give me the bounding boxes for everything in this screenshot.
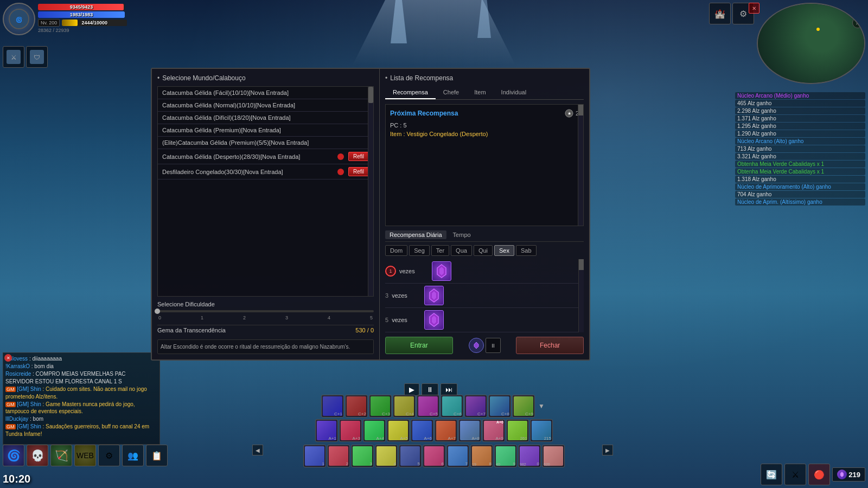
day-ter[interactable]: Ter [431, 245, 449, 256]
slot-3[interactable]: 3 [351, 445, 374, 467]
hotbar-row3: 1 2 3 4 5 6 7 8 19 9 40 0 982 620 [303, 445, 565, 467]
tab-daily-reward[interactable]: Recompensa Diária [385, 230, 446, 239]
menu-icon-2[interactable]: 💀 [27, 445, 48, 466]
day-qua[interactable]: Qua [451, 245, 472, 256]
slot-c4[interactable]: C+4 [393, 395, 416, 418]
slot-c7[interactable]: C+7 [464, 395, 487, 418]
action-buttons: Entrar ⏸ Fechar [385, 337, 584, 354]
slot-extra[interactable]: 620 [542, 445, 565, 467]
menu-icon-6[interactable]: 👥 [122, 445, 144, 466]
daily-rewards-container: 1 vezes 3 vezes [385, 259, 584, 332]
slot-a6[interactable]: A+6 [411, 419, 433, 442]
right-menu-2[interactable]: ⚔ [784, 464, 806, 485]
slot-c3[interactable]: C+3 [369, 395, 392, 418]
slot-a4[interactable]: A+4 [363, 419, 386, 442]
pause-btn[interactable]: ⏸ [486, 338, 501, 353]
slot-4[interactable]: 4 [375, 445, 398, 467]
slot-a0[interactable]: 261 [506, 419, 529, 442]
slot-c1[interactable]: C+1 [321, 395, 344, 418]
minimap[interactable]: ? ✕ [757, 3, 865, 84]
svg-text:🌀: 🌀 [16, 16, 23, 23]
gem-row: Gema da Transcendência 530 / 0 [157, 325, 374, 335]
menu-icon-1[interactable]: 🌀 [3, 445, 24, 466]
pause-controls: ⏸ [456, 337, 514, 354]
loot-item-13: Núcleo de Aprimoramento (Alto) ganho [735, 183, 865, 190]
hud-topleft: 🌀 9345/9423 1983/1983 Nv. 200 2 [3, 3, 127, 35]
minimap-close[interactable]: ✕ [852, 17, 863, 28]
dungeon-item-2[interactable]: Catacumba Gélida (Normal)(10/10)[Nova En… [158, 99, 373, 112]
tab-individual[interactable]: Individual [494, 86, 534, 99]
menu-btn-1[interactable]: 🏰 [709, 3, 731, 24]
svg-marker-15 [840, 472, 844, 477]
dungeon-list-scrollbar[interactable] [368, 87, 373, 296]
minimap-help[interactable]: ? [852, 5, 863, 16]
menu-icon-7[interactable]: 📋 [146, 445, 168, 466]
hotbar-expand[interactable]: ▼ [536, 395, 547, 418]
slot-a8[interactable]: A+8 [458, 419, 481, 442]
tab-chefe[interactable]: Chefe [436, 86, 467, 99]
skill-ctrl-stop[interactable]: ⏭ [441, 383, 457, 396]
menu-icon-5[interactable]: ⚙ [98, 445, 120, 466]
day-dom[interactable]: Dom [385, 245, 407, 256]
slot-7[interactable]: 7 [446, 445, 469, 467]
reward-panel-title: Lista de Recompensa [385, 74, 584, 82]
day-qui[interactable]: Qui [474, 245, 493, 256]
slot-c6[interactable]: C+6 [441, 395, 463, 418]
mp-bar: 1983/1983 [38, 11, 127, 18]
slot-a5[interactable]: A+5 [387, 419, 410, 442]
hotbar-next[interactable]: ▶ [602, 445, 613, 455]
day-seg[interactable]: Seg [409, 245, 430, 256]
slot-c2[interactable]: C+2 [345, 395, 368, 418]
reward-scrollbar[interactable] [578, 105, 583, 226]
slot-a3[interactable]: A+3 [339, 419, 362, 442]
slot-0[interactable]: 0 982 [518, 445, 541, 467]
dungeon-item-1[interactable]: Catacumba Gélida (Fácil)(10/10)[Nova Ent… [158, 87, 373, 99]
day-sex[interactable]: Sex [494, 245, 514, 256]
slider-container[interactable] [157, 310, 374, 312]
slot-c8[interactable]: C+8 [488, 395, 511, 418]
close-btn[interactable]: ✕ [749, 3, 760, 14]
enter-button[interactable]: Entrar [385, 337, 453, 354]
refil-button-2[interactable]: Refil [348, 167, 369, 176]
tab-tempo[interactable]: Tempo [449, 230, 475, 239]
slot-c5[interactable]: C+5 [417, 395, 439, 418]
slot-c9[interactable]: C+9 [512, 395, 535, 418]
chat-close[interactable]: ✕ [4, 354, 12, 362]
dungeon-item-4[interactable]: Catacumba Gélida (Premium)[Nova Entrada] [158, 124, 373, 137]
slot-5[interactable]: 5 [399, 445, 422, 467]
difficulty-slider[interactable] [157, 310, 374, 312]
hotbar-prev[interactable]: ◀ [252, 445, 263, 455]
slot-2[interactable]: 2 [327, 445, 350, 467]
day-sab[interactable]: Sab [516, 245, 537, 256]
daily-scrollbar[interactable] [578, 259, 584, 332]
slot-8[interactable]: 8 19 [470, 445, 493, 467]
skill-ctrl-play[interactable]: ▶ [404, 383, 419, 396]
svg-marker-14 [474, 342, 478, 349]
dungeon-item-3[interactable]: Catacumba Gélida (Difícil)(18/20)[Nova E… [158, 112, 373, 124]
menu-icon-4[interactable]: WEB [74, 445, 96, 466]
slot-6[interactable]: 6 [423, 445, 445, 467]
dungeon-item-7[interactable]: Desfiladeiro Congelado(30/30)[Nova Entra… [158, 164, 373, 179]
right-menu-3[interactable]: 🔴 [808, 464, 830, 485]
slot-1[interactable]: 1 [303, 445, 326, 467]
slot-a1[interactable]: A+1 [315, 419, 338, 442]
skill-ctrl-pause[interactable]: ⏸ [422, 383, 438, 396]
slot-a9[interactable]: A+9 A+0 [482, 419, 505, 442]
slot-a7[interactable]: A+7 [435, 419, 457, 442]
dungeon-item-5[interactable]: (Elite)Catacumba Gélida (Premium)(5/5)[N… [158, 137, 373, 149]
dungeon-list[interactable]: Catacumba Gélida (Fácil)(10/10)[Nova Ent… [157, 86, 374, 297]
gem-btn[interactable] [469, 338, 484, 353]
reward-tabs: Recompensa Chefe Item Individual [385, 86, 584, 100]
slot-9[interactable]: 9 40 [494, 445, 517, 467]
slider-thumb[interactable] [155, 309, 160, 314]
dungeon-item-6[interactable]: Catacumba Gélida (Desperto)(28/30)[Nova … [158, 149, 373, 164]
menu-icon-3[interactable]: 🏹 [50, 445, 72, 466]
close-button[interactable]: Fechar [516, 337, 584, 354]
refil-button-1[interactable]: Refil [348, 152, 369, 161]
tab-item[interactable]: Item [467, 86, 493, 99]
right-panel: Lista de Recompensa Recompensa Chefe Ite… [380, 69, 589, 359]
tab-recompensa[interactable]: Recompensa [385, 86, 436, 99]
slot-a10[interactable]: 215 [530, 419, 553, 442]
right-menu-1[interactable]: 🔄 [761, 464, 782, 485]
buff-icon-2: 🛡 [26, 46, 48, 68]
